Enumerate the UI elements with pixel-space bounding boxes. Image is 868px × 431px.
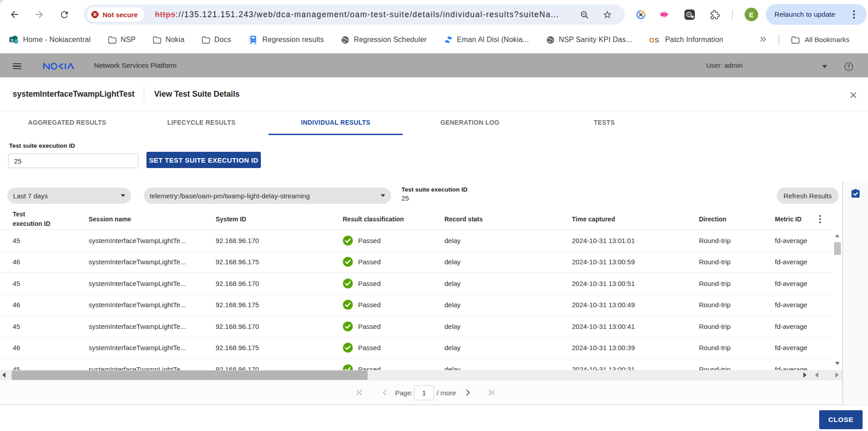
set-exec-id-button[interactable]: SET TEST SUITE EXECUTION ID	[146, 152, 261, 168]
bookmark-item-patch-information[interactable]: OS Patch Information	[649, 36, 723, 44]
telemetry-type-select[interactable]: telemetry:/base/oam-pm/twamp-light-delay…	[144, 187, 391, 204]
back-icon	[9, 9, 20, 20]
address-bar[interactable]: Not secure https://135.121.151.243/web/d…	[84, 5, 625, 24]
refresh-results-button[interactable]: Refresh Results	[777, 187, 839, 204]
column-header-result-classification[interactable]: Result classification	[343, 216, 444, 223]
browser-menu-icon[interactable]	[853, 10, 855, 19]
select-caret-icon	[381, 194, 385, 197]
next-page-button[interactable]	[464, 389, 472, 398]
bookmarks-overflow-chevron[interactable]	[759, 35, 768, 46]
passed-check-icon	[343, 300, 353, 310]
exec-id-input[interactable]	[8, 154, 138, 168]
cell-direction: Round-trip	[699, 323, 775, 330]
all-bookmarks-button[interactable]: All Bookmarks	[791, 29, 849, 51]
table-row[interactable]: 46 systemInterfaceTwampLightTe... 92.168…	[0, 295, 833, 316]
relaunch-to-update-button[interactable]: Relaunch to update	[766, 4, 867, 25]
security-chip[interactable]: Not secure	[87, 7, 144, 22]
bookmark-star-icon[interactable]	[603, 10, 612, 21]
url-rest: ://135.121.151.243/web/dca-management/oa…	[175, 10, 559, 19]
profile-avatar[interactable]: E	[745, 8, 758, 21]
outer-scroll-left-icon[interactable]	[815, 372, 818, 378]
tab-tests[interactable]: TESTS	[537, 111, 671, 134]
column-header-metric-id[interactable]: Metric ID	[775, 216, 819, 223]
page-number-input[interactable]	[414, 385, 434, 400]
extensions-puzzle-icon[interactable]	[709, 9, 721, 20]
table-row[interactable]: 46 systemInterfaceTwampLightTe... 92.168…	[0, 252, 833, 273]
bookmark-item-nsp-sanity-kpi-das[interactable]: NSP Sanity KPI Das...	[546, 36, 632, 44]
hamburger-menu-icon[interactable]	[13, 63, 21, 69]
folder-icon	[791, 36, 800, 44]
tab-aggregated-results[interactable]: AGGREGATED RESULTS	[0, 111, 134, 134]
sharepoint-icon: S	[9, 35, 19, 45]
extension-icon-3[interactable]	[684, 9, 695, 20]
table-row[interactable]: 46 systemInterfaceTwampLightTe... 92.168…	[0, 337, 833, 359]
horizontal-scroll-thumb[interactable]	[12, 370, 368, 380]
bookmark-item-nsp[interactable]: NSP	[108, 36, 136, 44]
user-menu-caret-icon[interactable]	[822, 65, 827, 68]
bookmark-item-regression-results[interactable]: Regression results	[248, 35, 324, 45]
back-button[interactable]	[8, 8, 21, 21]
reload-button[interactable]	[58, 8, 71, 21]
table-row[interactable]: 45 systemInterfaceTwampLightTe... 92.168…	[0, 273, 833, 295]
column-header-time-captured[interactable]: Time captured	[572, 216, 699, 223]
table-row[interactable]: 45 systemInterfaceTwampLightTe... 92.168…	[0, 230, 833, 252]
close-view-button[interactable]	[847, 89, 859, 101]
cell-time-captured: 2024-10-31 13:01:01	[572, 237, 699, 244]
bookmark-item-nokia[interactable]: Nokia	[153, 36, 184, 44]
bookmark-item-regression-scheduler[interactable]: Regression Scheduler	[341, 36, 426, 44]
forward-button[interactable]	[33, 8, 46, 21]
bookmark-item-home-nokiacentral[interactable]: S Home - Nokiacentral	[9, 35, 91, 45]
tab-generation-log[interactable]: GENERATION LOG	[403, 111, 537, 134]
close-icon	[850, 92, 857, 98]
browser-toolbar: Not secure https://135.121.151.243/web/d…	[0, 0, 868, 29]
column-header-test-execution-id[interactable]: Test execution ID	[13, 210, 54, 229]
table-horizontal-scrollbar[interactable]	[0, 370, 842, 380]
column-header-session-name[interactable]: Session name	[89, 216, 216, 223]
extension-icon-1[interactable]	[635, 9, 646, 20]
exec-id-label: Test suite execution ID	[9, 142, 75, 149]
cell-session-name: systemInterfaceTwampLightTe...	[89, 280, 216, 287]
table-row[interactable]: 45 systemInterfaceTwampLightTe... 92.168…	[0, 359, 833, 370]
cell-time-captured: 2024-10-31 13:00:51	[572, 280, 699, 287]
bookmark-item-docs[interactable]: Docs	[202, 36, 231, 44]
url-text[interactable]: https://135.121.151.243/web/dca-manageme…	[155, 5, 559, 24]
telemetry-type-value: telemetry:/base/oam-pm/twamp-light-delay…	[150, 192, 310, 200]
table-vertical-scrollbar[interactable]	[833, 231, 842, 370]
table-row[interactable]: 45 systemInterfaceTwampLightTe... 92.168…	[0, 316, 833, 337]
confluence-icon	[444, 35, 453, 44]
bookmark-item-eman-al-disi-nokia[interactable]: Eman Al Disi (Nokia...	[444, 35, 529, 44]
vertical-scroll-thumb[interactable]	[834, 242, 841, 255]
time-range-select[interactable]: Last 7 days	[7, 187, 131, 204]
scroll-left-icon[interactable]	[2, 372, 5, 378]
scroll-down-icon[interactable]	[835, 362, 840, 365]
cell-session-name: systemInterfaceTwampLightTe...	[89, 344, 216, 351]
cell-record-stats: delay	[444, 237, 572, 244]
tab-individual-results[interactable]: INDIVIDUAL RESULTS	[269, 111, 403, 134]
cell-session-name: systemInterfaceTwampLightTe...	[89, 365, 216, 370]
close-button[interactable]: CLOSE	[819, 410, 863, 429]
passed-check-icon	[343, 342, 353, 353]
scroll-right-icon[interactable]	[803, 372, 807, 378]
cell-metric-id: fd-average	[775, 237, 819, 244]
zoom-icon[interactable]	[580, 10, 589, 21]
globe-icon	[341, 36, 349, 44]
bookmark-label: Eman Al Disi (Nokia...	[457, 36, 529, 44]
globe-icon	[546, 36, 555, 44]
help-icon[interactable]: ?	[844, 62, 854, 73]
cell-test-execution-id: 45	[13, 237, 89, 244]
svg-text:S: S	[655, 37, 659, 44]
scroll-up-icon[interactable]	[835, 234, 840, 237]
outer-scroll-right-icon[interactable]	[835, 372, 839, 378]
extension-icon-2[interactable]	[659, 9, 671, 20]
column-menu-icon[interactable]	[819, 215, 821, 223]
last-page-button[interactable]	[487, 389, 495, 398]
tab-lifecycle-results[interactable]: LIFECYCLE RESULTS	[134, 111, 269, 134]
column-header-record-stats[interactable]: Record stats	[444, 216, 572, 223]
column-header-direction[interactable]: Direction	[699, 216, 775, 223]
cell-session-name: systemInterfaceTwampLightTe...	[89, 258, 216, 266]
previous-page-button[interactable]	[381, 389, 389, 398]
result-label: Passed	[358, 258, 381, 266]
first-page-button[interactable]	[355, 389, 363, 398]
column-header-system-id[interactable]: System ID	[216, 216, 343, 223]
results-checklist-icon[interactable]	[851, 189, 860, 200]
